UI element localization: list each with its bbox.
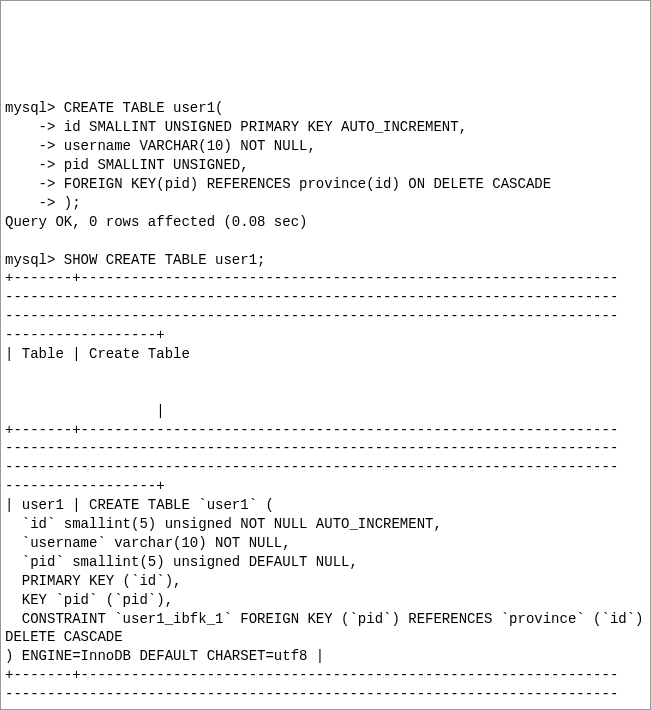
line-23: `username` varchar(10) NOT NULL, [5,535,291,551]
line-17: +-------+-------------------------------… [5,422,618,438]
terminal-output: mysql> CREATE TABLE user1( -> id SMALLIN… [5,81,646,710]
line-3: -> pid SMALLINT UNSIGNED, [5,157,249,173]
line-16: | [5,403,165,419]
line-20: ------------------+ [5,478,165,494]
line-5: -> ); [5,195,81,211]
line-0: mysql> CREATE TABLE user1( [5,100,223,116]
line-24: `pid` smallint(5) unsigned DEFAULT NULL, [5,554,358,570]
line-28: DELETE CASCADE [5,629,123,645]
line-27: CONSTRAINT `user1_ibfk_1` FOREIGN KEY (`… [5,611,651,627]
line-30: +-------+-------------------------------… [5,667,618,683]
line-1: -> id SMALLINT UNSIGNED PRIMARY KEY AUTO… [5,119,467,135]
line-9: +-------+-------------------------------… [5,270,618,286]
line-29: ) ENGINE=InnoDB DEFAULT CHARSET=utf8 | [5,648,324,664]
line-25: PRIMARY KEY (`id`), [5,573,181,589]
line-19: ----------------------------------------… [5,459,618,475]
line-21: | user1 | CREATE TABLE `user1` ( [5,497,274,513]
line-32: ----------------------------------------… [5,705,618,710]
line-12: ------------------+ [5,327,165,343]
line-4: -> FOREIGN KEY(pid) REFERENCES province(… [5,176,551,192]
line-10: ----------------------------------------… [5,289,618,305]
line-2: -> username VARCHAR(10) NOT NULL, [5,138,316,154]
line-22: `id` smallint(5) unsigned NOT NULL AUTO_… [5,516,442,532]
line-18: ----------------------------------------… [5,440,618,456]
line-6: Query OK, 0 rows affected (0.08 sec) [5,214,307,230]
line-11: ----------------------------------------… [5,308,618,324]
line-31: ----------------------------------------… [5,686,618,702]
line-8: mysql> SHOW CREATE TABLE user1; [5,252,265,268]
line-26: KEY `pid` (`pid`), [5,592,173,608]
line-13: | Table | Create Table [5,346,190,362]
